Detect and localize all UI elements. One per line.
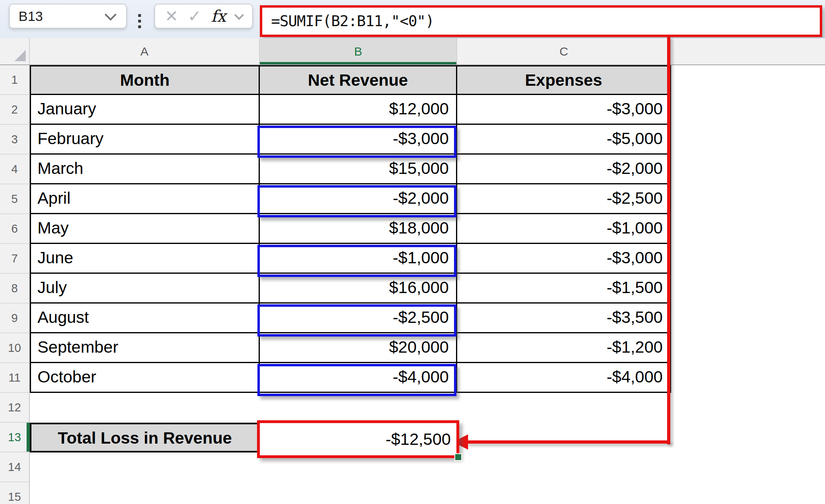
red-annotation-line-vertical [667,37,670,444]
cell-c6[interactable]: -$1,000 [457,214,671,244]
column-b-cells: Net Revenue $12,000 -$3,000 $15,000 -$2,… [260,65,457,393]
formula-controls: ✕ ✓ fx [154,4,253,29]
cell-a3[interactable]: February [30,125,260,155]
cell-c10[interactable]: -$1,200 [457,333,671,363]
row-header-6[interactable]: 6 [0,214,29,244]
active-row-indicator [27,423,30,452]
cell-a11[interactable]: October [30,363,260,393]
formula-toolbar: B13 ✕ ✓ fx =SUMIF(B2:B11,"<0") [0,0,825,38]
cell-a6[interactable]: May [30,214,260,244]
column-header-b[interactable]: B [260,38,457,64]
enter-icon[interactable]: ✓ [188,8,201,24]
cell-a13-total-label[interactable]: Total Loss in Revenue [30,423,260,452]
column-header-c[interactable]: C [457,38,671,64]
cell-a1-month-header[interactable]: Month [30,65,260,95]
cell-a10[interactable]: September [30,333,260,363]
cell-c4[interactable]: -$2,000 [457,155,671,184]
cell-a7[interactable]: June [30,244,260,274]
cell-c8[interactable]: -$1,500 [457,274,671,304]
row-header-11[interactable]: 11 [0,363,29,393]
name-box[interactable]: B13 [9,4,127,29]
row-header-12[interactable]: 12 [0,393,29,423]
cell-b2[interactable]: $12,000 [260,95,457,125]
name-box-value: B13 [10,8,106,24]
cell-b4[interactable]: $15,000 [260,155,457,184]
row-header-14[interactable]: 14 [0,452,29,482]
select-all-icon [15,50,26,61]
cell-b8[interactable]: $16,000 [260,274,457,304]
cell-b13-total-value-selected[interactable]: -$12,500 [257,420,459,458]
cell-a12-empty[interactable] [30,393,260,423]
cell-a5[interactable]: April [30,184,260,214]
row-header-3[interactable]: 3 [0,125,29,155]
cell-c5[interactable]: -$2,500 [457,184,671,214]
cell-a9[interactable]: August [30,304,260,333]
cell-c11[interactable]: -$4,000 [457,363,671,393]
blue-highlight-box-b3 [257,126,456,158]
column-headers: A B C [0,38,825,65]
row-header-7[interactable]: 7 [0,244,29,274]
row-header-15[interactable]: 15 [0,482,29,504]
cell-c7[interactable]: -$3,000 [457,244,671,274]
row-headers: 1 2 3 4 5 6 7 8 9 10 11 12 13 14 15 [0,65,30,504]
formula-bar[interactable]: =SUMIF(B2:B11,"<0") [260,5,822,37]
cell-a8[interactable]: July [30,274,260,304]
column-header-a[interactable]: A [30,38,260,64]
row-header-9[interactable]: 9 [0,304,29,333]
chevron-down-icon[interactable] [105,8,117,21]
cell-a2[interactable]: January [30,95,260,125]
row-header-5[interactable]: 5 [0,184,29,214]
column-a-cells: Month January February March April May J… [30,65,260,452]
cancel-icon[interactable]: ✕ [165,8,178,24]
select-all-button[interactable] [0,38,30,64]
chevron-down-icon[interactable] [234,10,244,20]
cell-b1-net-revenue-header[interactable]: Net Revenue [260,65,457,95]
insert-function-icon[interactable]: fx [211,7,226,25]
row-header-2[interactable]: 2 [0,95,29,125]
blue-highlight-box-b11 [257,364,456,396]
blue-highlight-box-b7 [257,245,456,277]
column-c-cells: Expenses -$3,000 -$5,000 -$2,000 -$2,500… [457,65,671,393]
cell-c3[interactable]: -$5,000 [457,125,671,155]
row-header-13-active[interactable]: 13 [0,423,29,452]
blue-highlight-box-b9 [257,304,456,337]
cell-c9[interactable]: -$3,500 [457,304,671,333]
cell-c1-expenses-header[interactable]: Expenses [457,65,671,95]
formula-bar-options-icon[interactable] [138,14,141,28]
cell-c2[interactable]: -$3,000 [457,95,671,125]
blue-highlight-box-b5 [257,185,456,217]
cell-a4[interactable]: March [30,155,260,184]
row-header-10[interactable]: 10 [0,333,29,363]
formula-text: =SUMIF(B2:B11,"<0") [262,12,434,30]
fill-handle[interactable] [454,453,462,461]
row-header-4[interactable]: 4 [0,155,29,184]
cell-b6[interactable]: $18,000 [260,214,457,244]
row-header-1[interactable]: 1 [0,65,29,95]
row-header-8[interactable]: 8 [0,274,29,304]
red-annotation-line-horizontal [466,440,670,444]
cell-b10[interactable]: $20,000 [260,333,457,363]
